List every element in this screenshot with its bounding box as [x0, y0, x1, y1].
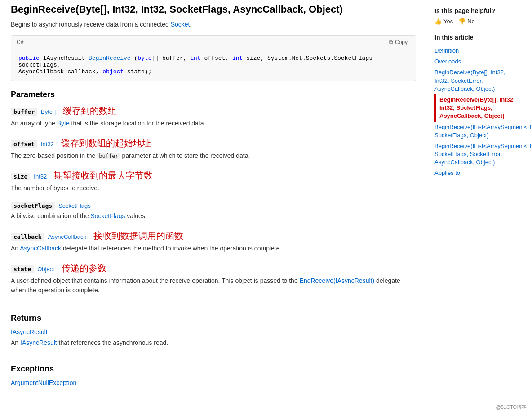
endreceive-link[interactable]: EndReceive(IAsyncResult): [300, 277, 375, 284]
helpful-title: Is this page helpful?: [434, 7, 519, 14]
code-block: C# ⧉ Copy public IAsyncResult BeginRecei…: [11, 35, 416, 81]
returns-title: Returns: [11, 313, 416, 323]
iasyncresult-desc-link[interactable]: IAsyncResult: [20, 339, 57, 346]
exceptions-section: Exceptions ArgumentNullException: [11, 364, 416, 386]
watermark: @51CTO博客: [496, 404, 527, 411]
param-name-offset: offset: [11, 140, 37, 148]
annotation-offset: 缓存到数组的起始地址: [61, 137, 151, 149]
param-type-callback[interactable]: AsyncCallback: [48, 233, 86, 240]
yes-button[interactable]: 👍 Yes: [434, 18, 453, 25]
param-state-name-line: state Object 传递的参数: [11, 262, 416, 274]
divider-1: [11, 304, 416, 304]
page-description: Begins to asynchronously receive data fr…: [11, 21, 416, 28]
nav-applies-to[interactable]: Applies to: [434, 168, 519, 179]
nav-beginreceive-4[interactable]: BeginReceive(IList<ArraySegment<Byte>>, …: [434, 141, 519, 168]
param-socketflags-name-line: socketFlags SocketFlags: [11, 202, 416, 210]
annotation-state: 传递的参数: [62, 262, 106, 274]
param-name-socketflags: socketFlags: [11, 202, 55, 210]
iasyncresult-type-link[interactable]: IAsyncResult: [11, 328, 416, 335]
param-type-offset: Int32: [41, 141, 54, 148]
param-callback-name-line: callback AsyncCallback 接收到数据调用的函数: [11, 230, 416, 242]
thumbs-down-icon: 👎: [458, 18, 466, 25]
param-offset: offset Int32 缓存到数组的起始地址 The zero-based p…: [11, 137, 416, 161]
param-buffer-name-line: buffer Byte[] 缓存到的数组: [11, 105, 416, 117]
sidebar-helpful: Is this page helpful? 👍 Yes 👎 No: [434, 7, 519, 25]
article-nav: In this article Definition Overloads Beg…: [434, 34, 519, 179]
param-socketflags: socketFlags SocketFlags A bitwise combin…: [11, 202, 416, 221]
param-size: size Int32 期望接收到的最大字节数 The number of byt…: [11, 170, 416, 193]
returns-section: Returns IAsyncResult An IAsyncResult tha…: [11, 313, 416, 348]
thumbs-up-icon: 👍: [434, 18, 442, 25]
helpful-btns: 👍 Yes 👎 No: [434, 18, 519, 25]
param-desc-callback: An AsyncCallback delegate that reference…: [11, 244, 416, 253]
article-nav-title: In this article: [434, 34, 519, 41]
sidebar: Is this page helpful? 👍 Yes 👎 No In this…: [427, 0, 526, 416]
nav-beginreceive-2-active[interactable]: BeginReceive(Byte[], Int32, Int32, Socke…: [434, 94, 519, 122]
page-title: BeginReceive(Byte[], Int32, Int32, Socke…: [11, 4, 416, 15]
annotation-size: 期望接收到的最大字节数: [54, 170, 153, 182]
copy-button[interactable]: ⧉ Copy: [386, 38, 410, 46]
exceptions-title: Exceptions: [11, 364, 416, 374]
returns-desc: An IAsyncResult that references the asyn…: [11, 338, 416, 348]
param-type-state: Object: [37, 266, 54, 273]
nav-beginreceive-1[interactable]: BeginReceive(Byte[], Int32, Int32, Socke…: [434, 67, 519, 94]
byte-link[interactable]: Byte: [57, 120, 70, 127]
socket-link[interactable]: Socket: [171, 21, 190, 28]
argumentnullexception-link[interactable]: ArgumentNullException: [11, 379, 76, 386]
annotation-callback: 接收到数据调用的函数: [93, 230, 183, 242]
asynccallback-link[interactable]: AsyncCallback: [20, 245, 61, 252]
param-callback: callback AsyncCallback 接收到数据调用的函数 An Asy…: [11, 230, 416, 253]
param-name-callback: callback: [11, 233, 44, 241]
params-section-title: Parameters: [11, 90, 416, 99]
param-desc-state: A user-defined object that contains info…: [11, 276, 416, 295]
no-button[interactable]: 👎 No: [458, 18, 475, 25]
param-type-size: Int32: [34, 173, 47, 180]
copy-icon: ⧉: [389, 39, 393, 45]
code-lang: C#: [17, 39, 23, 45]
nav-definition[interactable]: Definition: [434, 45, 519, 56]
main-content: BeginReceive(Byte[], Int32, Int32, Socke…: [0, 0, 427, 416]
code-block-header: C# ⧉ Copy: [11, 36, 416, 49]
param-name-buffer: buffer: [11, 108, 37, 116]
param-type-socketflags[interactable]: SocketFlags: [58, 202, 91, 209]
param-name-state: state: [11, 265, 34, 273]
param-offset-name-line: offset Int32 缓存到数组的起始地址: [11, 137, 416, 149]
socketflags-link[interactable]: SocketFlags: [90, 212, 125, 219]
nav-overloads[interactable]: Overloads: [434, 56, 519, 67]
divider-2: [11, 355, 416, 355]
param-type-buffer[interactable]: Byte[]: [41, 108, 56, 115]
param-desc-offset: The zero-based position in the buffer pa…: [11, 151, 416, 161]
annotation-buffer: 缓存到的数组: [63, 105, 117, 117]
param-state: state Object 传递的参数 A user-defined object…: [11, 262, 416, 295]
param-name-size: size: [11, 173, 30, 180]
code-content: public IAsyncResult BeginReceive (byte[]…: [11, 49, 416, 81]
param-buffer: buffer Byte[] 缓存到的数组 An array of type By…: [11, 105, 416, 128]
nav-beginreceive-3[interactable]: BeginReceive(IList<ArraySegment<Byte>>, …: [434, 122, 519, 141]
param-desc-buffer: An array of type Byte that is the storag…: [11, 119, 416, 128]
param-desc-socketflags: A bitwise combination of the SocketFlags…: [11, 211, 416, 221]
param-desc-size: The number of bytes to receive.: [11, 183, 416, 193]
param-size-name-line: size Int32 期望接收到的最大字节数: [11, 170, 416, 182]
